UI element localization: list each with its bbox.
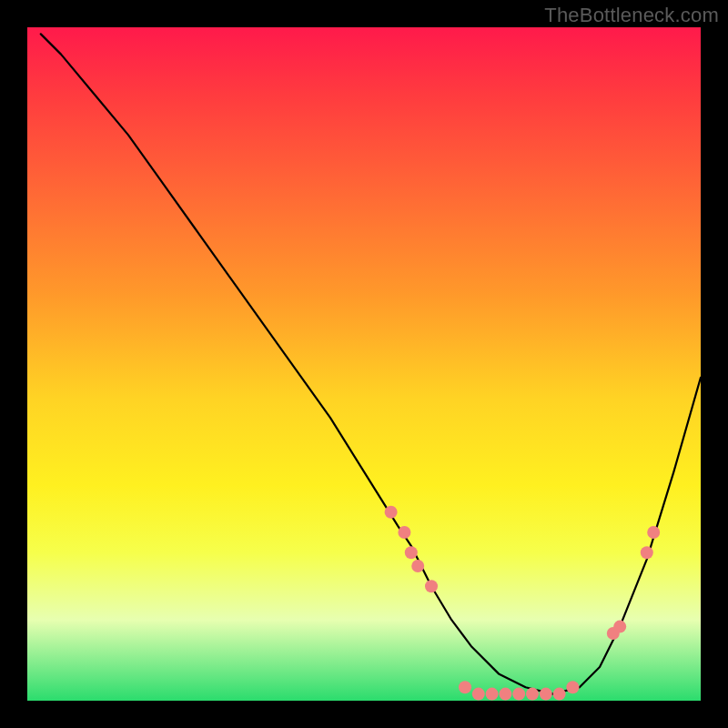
data-marker (425, 580, 438, 592)
chart-svg (27, 27, 701, 701)
data-marker (566, 681, 579, 693)
data-marker (472, 688, 485, 701)
bottleneck-curve (41, 34, 701, 693)
data-markers (385, 506, 661, 701)
data-marker (641, 546, 653, 559)
data-marker (398, 526, 410, 539)
data-marker (486, 688, 499, 701)
data-marker (526, 688, 539, 701)
data-marker (459, 681, 471, 693)
data-marker (411, 560, 424, 572)
data-marker (385, 506, 398, 519)
data-marker (405, 546, 418, 559)
data-marker (540, 688, 552, 701)
data-marker (512, 688, 525, 701)
chart-container: TheBottleneck.com (0, 0, 728, 728)
watermark-text: TheBottleneck.com (544, 4, 719, 27)
data-marker (499, 688, 511, 701)
data-marker (647, 526, 660, 539)
data-marker (613, 621, 626, 633)
plot-area (27, 27, 701, 701)
data-marker (553, 688, 566, 701)
